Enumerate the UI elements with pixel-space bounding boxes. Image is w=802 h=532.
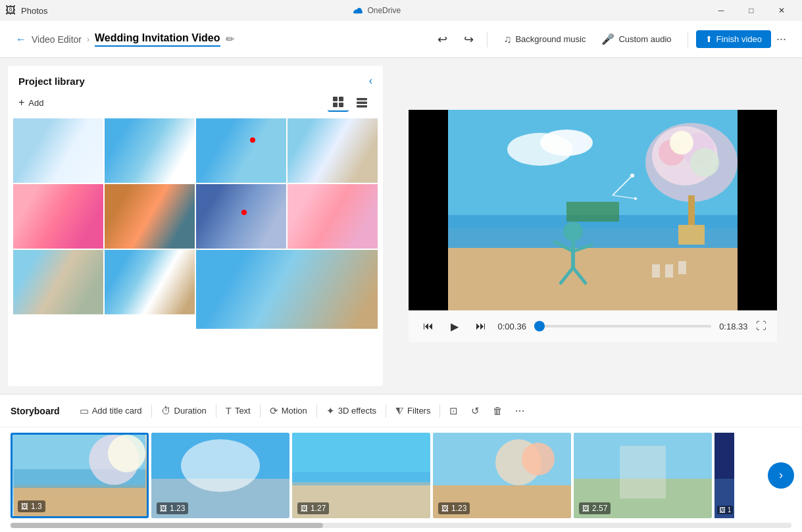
plus-icon: + bbox=[18, 97, 24, 109]
library-toolbar: + Add bbox=[8, 93, 383, 118]
image-icon: 🖼 bbox=[21, 502, 28, 510]
background-music-button[interactable]: ♫ Background music bbox=[495, 30, 593, 49]
motion-button[interactable]: ⟳ Motion bbox=[263, 401, 314, 421]
svg-point-43 bbox=[181, 439, 260, 492]
progress-thumb[interactable] bbox=[534, 321, 545, 331]
trim-button[interactable]: ⊡ bbox=[443, 401, 464, 421]
list-view-button[interactable] bbox=[351, 93, 372, 112]
export-icon: ⬆ bbox=[705, 34, 713, 44]
add-title-card-button[interactable]: ▭ Add title card bbox=[73, 401, 149, 421]
library-item[interactable] bbox=[13, 118, 103, 183]
clip-duration: 🖼 1.3 bbox=[18, 500, 45, 512]
custom-audio-button[interactable]: 🎤 Custom audio bbox=[593, 29, 679, 49]
minimize-button[interactable]: ─ bbox=[706, 0, 736, 21]
svg-rect-3 bbox=[339, 103, 343, 107]
svg-rect-6 bbox=[357, 105, 367, 108]
storyboard-more-button[interactable]: ··· bbox=[509, 401, 530, 420]
toolbar-separator-2 bbox=[688, 32, 688, 47]
clip-item[interactable]: 🖼 1.3 bbox=[11, 433, 149, 518]
finish-video-button[interactable]: ⬆ Finish video bbox=[696, 30, 771, 48]
window-controls: ─ □ ✕ bbox=[706, 0, 797, 21]
breadcrumb-separator: › bbox=[87, 35, 89, 44]
audio-icon: 🎤 bbox=[601, 33, 614, 45]
title-bar: 🖼 Photos OneDrive ─ □ ✕ bbox=[0, 0, 802, 21]
clip-item-partial[interactable]: 🖼 1 bbox=[714, 433, 734, 518]
maximize-button[interactable]: □ bbox=[736, 0, 766, 21]
clip-item[interactable]: 🖼 1.23 bbox=[151, 433, 289, 518]
text-icon: T bbox=[226, 405, 232, 416]
svg-rect-12 bbox=[409, 110, 448, 310]
library-item[interactable] bbox=[13, 250, 103, 314]
library-item[interactable] bbox=[105, 250, 195, 314]
breadcrumb-videos[interactable]: Video Editor bbox=[32, 34, 82, 45]
svg-point-50 bbox=[522, 443, 555, 475]
image-icon: 🖼 bbox=[160, 504, 167, 512]
video-scene bbox=[409, 110, 777, 310]
next-clips-button[interactable]: › bbox=[768, 462, 794, 489]
speed-icon: ↺ bbox=[471, 405, 480, 417]
scrollbar-thumb[interactable] bbox=[11, 523, 323, 528]
video-container bbox=[409, 110, 777, 310]
storyboard-title: Storyboard bbox=[11, 406, 60, 416]
progress-bar[interactable] bbox=[534, 325, 711, 327]
delete-icon: 🗑 bbox=[493, 405, 503, 416]
clip-item[interactable]: 🖼 2.57 bbox=[574, 433, 712, 518]
3d-effects-button[interactable]: ✦ 3D effects bbox=[320, 401, 383, 421]
grid-view-button[interactable] bbox=[328, 93, 349, 112]
svg-rect-2 bbox=[333, 103, 338, 107]
svg-rect-4 bbox=[357, 98, 367, 101]
trim-icon: ⊡ bbox=[449, 405, 458, 417]
svg-point-19 bbox=[670, 131, 693, 155]
storyboard-scrollbar[interactable] bbox=[11, 523, 791, 528]
skip-back-button[interactable]: ⏮ bbox=[419, 317, 438, 335]
image-icon: 🖼 bbox=[301, 504, 308, 512]
storyboard: Storyboard ▭ Add title card ⏱ Duration T… bbox=[0, 394, 802, 532]
clip-duration: 🖼 1.27 bbox=[297, 502, 329, 514]
add-media-button[interactable]: + Add bbox=[18, 97, 43, 109]
image-icon: 🖼 bbox=[441, 504, 449, 512]
main-content: Project library ‹ + Add bbox=[0, 58, 802, 394]
library-collapse-button[interactable]: ‹ bbox=[369, 75, 372, 87]
svg-rect-5 bbox=[357, 102, 367, 105]
play-button[interactable]: ▶ bbox=[445, 317, 464, 335]
storyboard-sep-1 bbox=[151, 404, 152, 418]
library-item[interactable] bbox=[288, 184, 378, 249]
time-current: 0:00.36 bbox=[498, 322, 526, 331]
duration-icon: ⏱ bbox=[161, 405, 171, 416]
app-icon: 🖼 bbox=[5, 5, 16, 16]
motion-icon: ⟳ bbox=[270, 405, 278, 417]
library-item[interactable] bbox=[13, 184, 103, 249]
library-item[interactable] bbox=[196, 250, 378, 329]
svg-rect-21 bbox=[688, 195, 695, 228]
duration-button[interactable]: ⏱ Duration bbox=[155, 401, 213, 420]
library-item[interactable] bbox=[105, 184, 195, 249]
svg-rect-33 bbox=[652, 264, 660, 278]
undo-button[interactable] bbox=[432, 29, 453, 50]
close-button[interactable]: ✕ bbox=[766, 0, 797, 21]
clip-item[interactable]: 🖼 1.23 bbox=[433, 433, 571, 518]
fullscreen-button[interactable]: ⛶ bbox=[756, 320, 766, 332]
redo-button[interactable] bbox=[458, 29, 479, 50]
clip-item[interactable]: 🖼 1.27 bbox=[292, 433, 430, 518]
time-total: 0:18.33 bbox=[719, 322, 747, 331]
svg-rect-35 bbox=[678, 261, 686, 274]
storyboard-header: Storyboard ▭ Add title card ⏱ Duration T… bbox=[0, 395, 802, 427]
text-button[interactable]: T Text bbox=[219, 401, 257, 420]
more-options-button[interactable]: ··· bbox=[771, 30, 791, 49]
view-toggle bbox=[328, 93, 372, 112]
library-grid bbox=[8, 118, 383, 329]
library-item[interactable] bbox=[196, 118, 286, 183]
svg-rect-22 bbox=[678, 225, 705, 245]
delete-clip-button[interactable]: 🗑 bbox=[486, 401, 509, 420]
skip-forward-button[interactable]: ⏭ bbox=[472, 317, 490, 335]
title-card-icon: ▭ bbox=[80, 405, 89, 417]
filters-icon: ⧨ bbox=[395, 405, 404, 417]
library-item[interactable] bbox=[105, 118, 195, 183]
svg-rect-53 bbox=[620, 446, 666, 498]
library-item[interactable] bbox=[196, 184, 286, 249]
filters-button[interactable]: ⧨ Filters bbox=[389, 401, 437, 421]
edit-title-icon[interactable]: ✏ bbox=[226, 33, 234, 45]
library-item[interactable] bbox=[288, 118, 378, 183]
speed-button[interactable]: ↺ bbox=[464, 401, 486, 421]
back-button[interactable]: ← bbox=[11, 29, 32, 50]
